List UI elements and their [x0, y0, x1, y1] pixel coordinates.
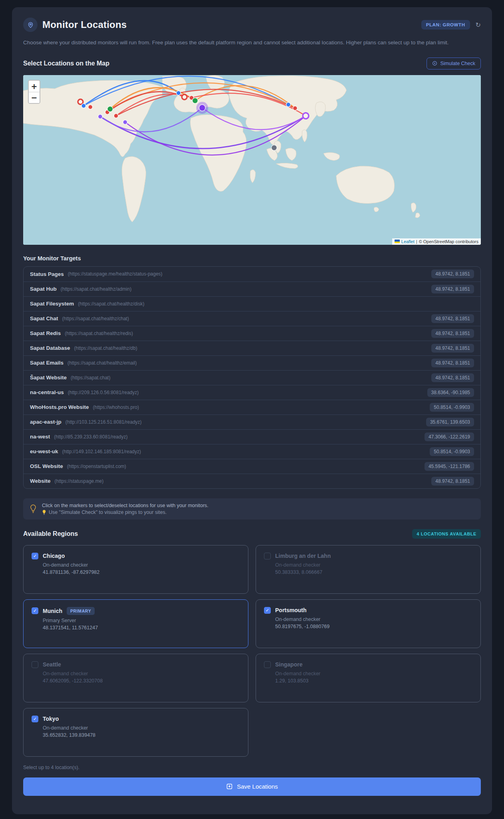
target-url: (https://statuspage.me/healthz/status-pa… [68, 271, 431, 277]
region-card[interactable]: Limburg an der Lahn On-demand checker 50… [256, 545, 481, 594]
header: Monitor Locations PLAN: GROWTH ↻ [23, 18, 481, 32]
target-coords-badge: 48.9742, 8.1851 [431, 477, 474, 486]
page-title: Monitor Locations [42, 19, 127, 30]
region-card[interactable]: ✓ Portsmouth On-demand checker 50.819767… [256, 599, 481, 648]
monitor-locations-panel: Monitor Locations PLAN: GROWTH ↻ Choose … [12, 7, 492, 814]
region-type: On-demand checker [43, 725, 240, 731]
target-coords-badge: 38.6364, -90.1985 [427, 388, 474, 397]
region-type: On-demand checker [275, 617, 472, 622]
target-coords-badge: 35.6761, 139.6503 [426, 418, 474, 426]
region-name: Limburg an der Lahn [275, 553, 331, 559]
refresh-icon[interactable]: ↻ [476, 21, 481, 29]
target-row: apac-east-jp (http://103.125.216.51:8081… [24, 414, 480, 429]
target-row: na-west (http://85.239.233.60:8081/ready… [24, 429, 480, 444]
target-name: Status Pages [30, 271, 64, 277]
region-name: Munich [43, 608, 62, 614]
map-marker[interactable] [88, 105, 93, 109]
region-type: On-demand checker [275, 562, 472, 568]
target-url: (https://sapat.chat/healthz/email) [67, 360, 431, 366]
page-description: Choose where your distributed monitors w… [23, 38, 481, 47]
world-map[interactable]: + − Leaflet | © OpenStreetMap contributo… [23, 75, 481, 245]
map-marker[interactable] [107, 106, 113, 112]
region-checkbox[interactable]: ✓ [32, 716, 38, 722]
map-marker[interactable] [286, 102, 291, 107]
map-marker[interactable] [123, 120, 127, 124]
region-card[interactable]: ✓ Munich PRIMARY Primary Server 48.13715… [23, 599, 248, 648]
tip-box: Click on the markers to select/deselect … [23, 498, 481, 520]
ukraine-flag-icon [395, 240, 400, 243]
primary-badge: PRIMARY [67, 607, 95, 615]
map-marker[interactable] [78, 99, 83, 104]
region-card[interactable]: ✓ Chicago On-demand checker 41.8781136, … [23, 545, 248, 594]
map-marker[interactable] [271, 145, 277, 151]
target-name: Website [30, 478, 51, 484]
map-marker[interactable] [176, 91, 181, 95]
simulate-check-button[interactable]: Simulate Check [427, 58, 481, 69]
lightbulb-outline-icon [30, 504, 37, 514]
region-card[interactable]: Seattle On-demand checker 47.6062095, -1… [23, 654, 248, 702]
map-marker[interactable] [196, 102, 208, 114]
target-name: Sapat Emails [30, 360, 63, 366]
tip-line1: Click on the markers to select/deselect … [42, 503, 208, 508]
map-marker[interactable] [293, 106, 297, 110]
region-type: On-demand checker [43, 562, 240, 568]
map-marker[interactable] [81, 103, 86, 108]
location-pin-icon [23, 18, 38, 32]
target-name: na-west [30, 434, 50, 440]
target-row: Sapat Chat (https://sapat.chat/healthz/c… [24, 311, 480, 326]
locations-available-badge: 4 LOCATIONS AVAILABLE [412, 529, 481, 539]
target-url: (http://149.102.146.185:8081/readyz) [62, 449, 430, 454]
target-coords-badge: 48.9742, 8.1851 [431, 344, 474, 353]
target-coords-badge: 45.5945, -121.1786 [425, 462, 474, 471]
target-name: Sapat Database [30, 345, 70, 351]
map-section-title: Select Locations on the Map [23, 60, 109, 67]
zoom-out-button[interactable]: − [29, 92, 40, 103]
play-circle-icon [432, 61, 437, 66]
target-url: (https://sapat.chat/healthz/chat) [62, 316, 432, 321]
map-marker[interactable] [98, 114, 103, 119]
region-checkbox[interactable]: ✓ [264, 607, 271, 614]
region-coords: 48.1371541, 11.5761247 [43, 625, 240, 631]
target-coords-badge: 48.9742, 8.1851 [431, 270, 474, 278]
region-card[interactable]: Singapore On-demand checker 1.29, 103.85… [256, 654, 481, 702]
target-coords-badge: 48.9742, 8.1851 [431, 314, 474, 323]
target-name: apac-east-jp [30, 419, 62, 425]
target-name: na-central-us [30, 389, 64, 395]
selection-limit-note: Select up to 4 location(s). [23, 765, 481, 770]
region-coords: 35.652832, 139.839478 [43, 732, 240, 738]
save-locations-button[interactable]: Save Locations [23, 777, 481, 796]
target-coords-badge: 48.9742, 8.1851 [431, 359, 474, 367]
region-checkbox[interactable]: ✓ [32, 607, 38, 614]
target-row: WhoHosts.pro Website (https://whohosts.p… [24, 400, 480, 414]
target-url: (https://whohosts.pro) [93, 405, 430, 410]
region-checkbox[interactable]: ✓ [32, 553, 38, 559]
region-checkbox[interactable] [264, 661, 271, 668]
region-type: On-demand checker [43, 671, 240, 676]
leaflet-link[interactable]: Leaflet [401, 239, 415, 244]
target-url: (https://sapat.chat/healthz/redis) [65, 331, 431, 336]
map-marker[interactable] [182, 94, 187, 99]
osm-attribution: © OpenStreetMap contributors [419, 239, 478, 244]
target-row: Sapat Filesystem (https://sapat.chat/hea… [24, 296, 480, 311]
map-marker[interactable] [303, 113, 309, 119]
region-checkbox[interactable] [32, 661, 38, 668]
map-marker[interactable] [114, 113, 118, 118]
target-name: Sapat Redis [30, 330, 61, 336]
map-marker[interactable] [192, 98, 198, 103]
region-checkbox[interactable] [264, 553, 271, 559]
target-row: OSL Website (https://openstartuplist.com… [24, 459, 480, 474]
region-name: Seattle [43, 661, 61, 668]
target-coords-badge: 48.9742, 8.1851 [431, 373, 474, 382]
target-url: (https://sapat.chat/healthz/admin) [61, 286, 431, 292]
map-attribution: Leaflet | © OpenStreetMap contributors [392, 238, 481, 245]
target-row: na-central-us (http://209.126.0.56:8081/… [24, 385, 480, 400]
region-coords: 1.29, 103.8503 [275, 678, 472, 684]
target-row: Sapat Redis (https://sapat.chat/healthz/… [24, 326, 480, 341]
target-row: eu-west-uk (http://149.102.146.185:8081/… [24, 444, 480, 459]
target-name: eu-west-uk [30, 448, 58, 454]
region-card[interactable]: ✓ Tokyo On-demand checker 35.652832, 139… [23, 708, 248, 757]
target-coords-badge: 47.3066, -122.2619 [425, 432, 474, 441]
target-coords-badge: 48.9742, 8.1851 [431, 285, 474, 293]
zoom-in-button[interactable]: + [29, 81, 40, 92]
target-url: (https://sapat.chat/healthz/disk) [78, 301, 474, 307]
